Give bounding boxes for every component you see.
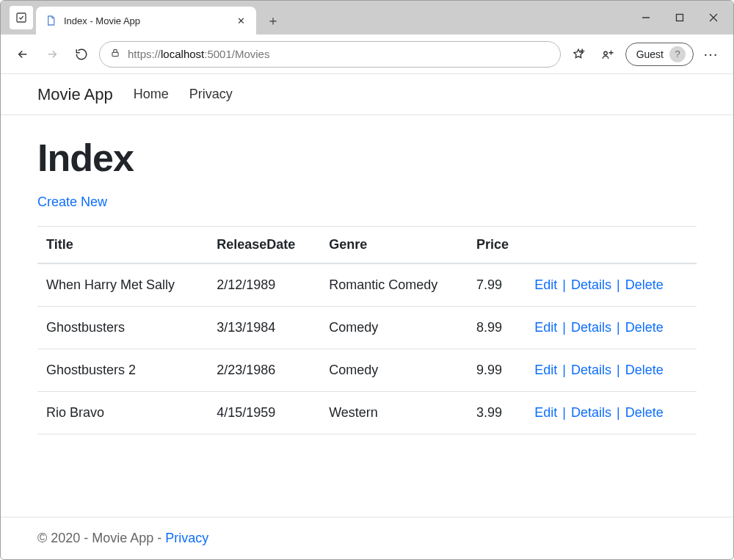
row-delete-link[interactable]: Delete xyxy=(625,320,664,335)
window-close-button[interactable] xyxy=(697,1,730,34)
th-releasedate: ReleaseDate xyxy=(208,227,320,264)
table-row: Ghostbusters 22/23/1986Comedy9.99Edit | … xyxy=(37,349,697,392)
svg-point-8 xyxy=(603,51,607,55)
row-edit-link[interactable]: Edit xyxy=(534,277,557,292)
cell-genre: Comedy xyxy=(320,349,468,392)
nav-link-privacy[interactable]: Privacy xyxy=(189,87,233,102)
app-navbar: Movie App Home Privacy xyxy=(1,74,733,115)
cell-title: Rio Bravo xyxy=(37,392,208,434)
cell-actions: Edit | Details | Delete xyxy=(526,307,697,349)
nav-forward-button[interactable] xyxy=(40,43,64,66)
browser-window: Index - Movie App ✕ ＋ xyxy=(0,0,734,560)
tab-close-icon[interactable]: ✕ xyxy=(234,15,247,26)
cell-price: 9.99 xyxy=(468,349,526,392)
table-header-row: Title ReleaseDate Genre Price xyxy=(37,227,697,264)
row-details-link[interactable]: Details xyxy=(571,277,611,292)
cell-releasedate: 3/13/1984 xyxy=(208,307,320,349)
page-body: Index Create New Title ReleaseDate Genre… xyxy=(1,115,733,517)
row-details-link[interactable]: Details xyxy=(571,320,611,335)
row-details-link[interactable]: Details xyxy=(571,405,611,420)
footer-privacy-link[interactable]: Privacy xyxy=(165,531,208,545)
row-delete-link[interactable]: Delete xyxy=(625,277,664,292)
cell-actions: Edit | Details | Delete xyxy=(526,392,697,434)
svg-rect-5 xyxy=(112,52,118,56)
overflow-menu-button[interactable]: ⋯ xyxy=(700,43,723,66)
row-delete-link[interactable]: Delete xyxy=(625,405,664,420)
browser-tab[interactable]: Index - Movie App ✕ xyxy=(36,7,256,34)
nav-link-home[interactable]: Home xyxy=(134,87,169,102)
cell-genre: Western xyxy=(320,392,468,434)
table-row: Ghostbusters3/13/1984Comedy8.99Edit | De… xyxy=(37,307,697,349)
window-maximize-button[interactable] xyxy=(663,1,697,34)
app-footer: © 2020 - Movie App - Privacy xyxy=(1,517,733,559)
favorites-button[interactable] xyxy=(567,43,590,66)
cell-price: 8.99 xyxy=(468,307,526,349)
row-delete-link[interactable]: Delete xyxy=(625,363,664,377)
cell-genre: Romantic Comedy xyxy=(320,263,468,307)
app-brand[interactable]: Movie App xyxy=(37,85,113,104)
lock-icon xyxy=(110,48,120,60)
row-details-link[interactable]: Details xyxy=(571,363,611,377)
profile-button[interactable]: Guest ? xyxy=(625,43,694,66)
cell-title: Ghostbusters 2 xyxy=(37,349,208,392)
cell-actions: Edit | Details | Delete xyxy=(526,349,697,392)
row-edit-link[interactable]: Edit xyxy=(534,320,557,335)
cell-genre: Comedy xyxy=(320,307,468,349)
row-edit-link[interactable]: Edit xyxy=(534,363,557,377)
th-genre: Genre xyxy=(320,227,468,264)
cell-title: Ghostbusters xyxy=(37,307,208,349)
svg-rect-2 xyxy=(677,15,683,21)
th-title: Title xyxy=(37,227,208,264)
browser-toolbar: https://localhost:5001/Movies Guest ? ⋯ xyxy=(1,34,733,74)
row-edit-link[interactable]: Edit xyxy=(534,405,557,420)
new-tab-button[interactable]: ＋ xyxy=(262,10,284,32)
profile-label: Guest xyxy=(636,48,664,60)
cell-actions: Edit | Details | Delete xyxy=(526,263,697,307)
page-title: Index xyxy=(37,136,697,180)
page-viewport: Movie App Home Privacy Index Create New … xyxy=(1,74,733,559)
cell-releasedate: 2/23/1986 xyxy=(208,349,320,392)
table-row: Rio Bravo4/15/1959Western3.99Edit | Deta… xyxy=(37,392,697,434)
cell-title: When Harry Met Sally xyxy=(37,263,208,307)
svg-rect-0 xyxy=(17,13,26,22)
table-row: When Harry Met Sally2/12/1989Romantic Co… xyxy=(37,263,697,307)
titlebar: Index - Movie App ✕ ＋ xyxy=(1,1,733,34)
th-price: Price xyxy=(468,227,526,264)
browser-app-icon xyxy=(10,6,33,29)
th-actions xyxy=(526,227,697,264)
cell-price: 3.99 xyxy=(468,392,526,434)
window-minimize-button[interactable] xyxy=(629,1,663,34)
cell-releasedate: 2/12/1989 xyxy=(208,263,320,307)
create-new-link[interactable]: Create New xyxy=(37,194,107,209)
window-controls xyxy=(629,1,733,34)
tab-title: Index - Movie App xyxy=(64,15,227,26)
address-bar[interactable]: https://localhost:5001/Movies xyxy=(99,41,561,68)
nav-reload-button[interactable] xyxy=(70,43,93,66)
footer-text: © 2020 - Movie App - xyxy=(37,531,165,545)
cell-releasedate: 4/15/1959 xyxy=(208,392,320,434)
page-favicon-icon xyxy=(45,15,57,26)
cell-price: 7.99 xyxy=(468,263,526,307)
nav-back-button[interactable] xyxy=(11,43,34,66)
avatar-icon: ? xyxy=(669,46,686,62)
url-text: https://localhost:5001/Movies xyxy=(128,48,550,60)
movies-table: Title ReleaseDate Genre Price When Harry… xyxy=(37,226,697,434)
collections-button[interactable] xyxy=(596,43,619,66)
